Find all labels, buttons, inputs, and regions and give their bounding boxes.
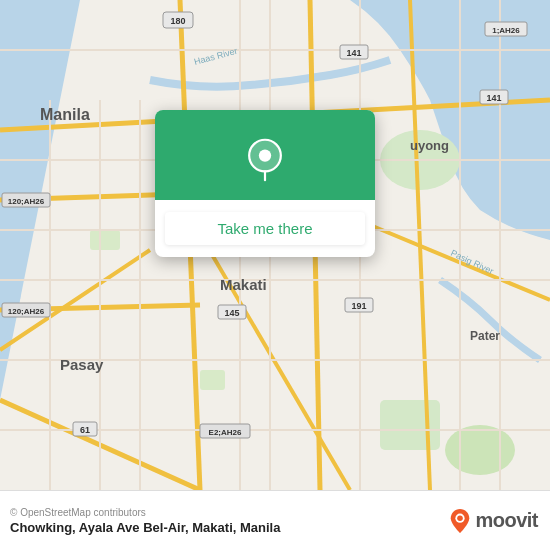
svg-point-65: [458, 515, 464, 521]
svg-rect-6: [90, 230, 120, 250]
svg-text:1;AH26: 1;AH26: [492, 26, 520, 35]
svg-text:180: 180: [170, 16, 185, 26]
location-title: Chowking, Ayala Ave Bel-Air, Makati, Man…: [10, 520, 280, 535]
svg-text:120;AH26: 120;AH26: [8, 197, 45, 206]
take-me-there-button[interactable]: Take me there: [165, 212, 365, 245]
moovit-logo: moovit: [449, 508, 538, 534]
svg-text:Pasay: Pasay: [60, 356, 104, 373]
card-green-section: [155, 110, 375, 200]
svg-point-62: [259, 149, 271, 161]
moovit-wordmark: moovit: [475, 509, 538, 532]
location-pin-icon: [243, 138, 287, 182]
svg-text:Manila: Manila: [40, 106, 90, 123]
svg-text:141: 141: [346, 48, 361, 58]
svg-text:Pater: Pater: [470, 329, 500, 343]
svg-text:Makati: Makati: [220, 276, 267, 293]
moovit-pin-icon: [449, 508, 471, 534]
svg-text:E2;AH26: E2;AH26: [209, 428, 242, 437]
svg-rect-4: [380, 400, 440, 450]
svg-text:145: 145: [224, 308, 239, 318]
svg-text:uyong: uyong: [410, 138, 449, 153]
svg-text:191: 191: [351, 301, 366, 311]
bottom-bar: © OpenStreetMap contributors Chowking, A…: [0, 490, 550, 550]
svg-text:120;AH26: 120;AH26: [8, 307, 45, 316]
bottom-left: © OpenStreetMap contributors Chowking, A…: [10, 507, 280, 535]
map-container: 180 141 1;AH26 141 E2 120;AH26 120;AH26 …: [0, 0, 550, 490]
svg-text:141: 141: [486, 93, 501, 103]
svg-point-5: [445, 425, 515, 475]
location-card: Take me there: [155, 110, 375, 257]
svg-text:61: 61: [80, 425, 90, 435]
svg-rect-7: [200, 370, 225, 390]
copyright-text: © OpenStreetMap contributors: [10, 507, 280, 518]
